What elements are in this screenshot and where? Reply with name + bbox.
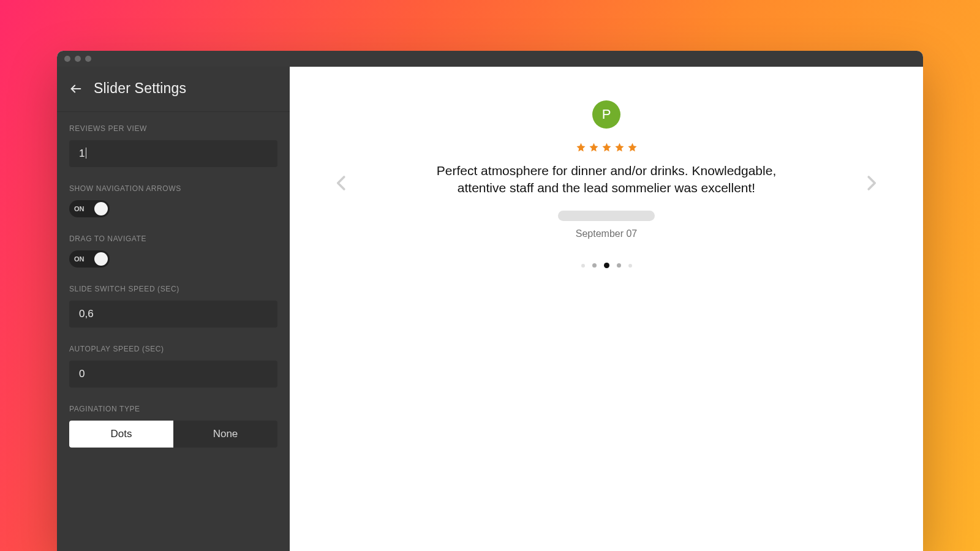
toggle-drag-to-navigate[interactable]: ON (69, 250, 110, 268)
field-pagination-type: PAGINATION TYPE Dots None (69, 405, 277, 448)
segmented-option-dots[interactable]: Dots (69, 421, 173, 448)
label-show-nav-arrows: SHOW NAVIGATION ARROWS (69, 184, 277, 193)
pagination-dots (290, 263, 923, 268)
pagination-dot[interactable] (592, 263, 597, 268)
window-titlebar (57, 51, 923, 67)
star-icon (614, 142, 625, 152)
star-icon (589, 142, 599, 152)
input-autoplay-speed[interactable] (69, 361, 277, 388)
segmented-option-none[interactable]: None (173, 421, 277, 448)
app-window: Slider Settings REVIEWS PER VIEW 1 SHOW … (57, 51, 923, 551)
label-pagination-type: PAGINATION TYPE (69, 405, 277, 413)
traffic-light-zoom[interactable] (85, 56, 91, 62)
reviewer-name-placeholder (558, 211, 655, 221)
label-reviews-per-view: REVIEWS PER VIEW (69, 124, 277, 133)
reviewer-avatar: P (592, 100, 620, 129)
star-icon (576, 142, 586, 152)
toggle-knob (94, 202, 108, 216)
toggle-state-text: ON (74, 205, 85, 212)
label-slide-switch-speed: SLIDE SWITCH SPEED (SEC) (69, 285, 277, 293)
page-title: Slider Settings (94, 80, 186, 97)
field-slide-switch-speed: SLIDE SWITCH SPEED (SEC) (69, 285, 277, 328)
label-autoplay-speed: AUTOPLAY SPEED (SEC) (69, 345, 277, 353)
rating-stars (576, 142, 638, 152)
pagination-dot[interactable] (628, 264, 632, 268)
review-date: September 07 (576, 228, 638, 239)
content-area: Slider Settings REVIEWS PER VIEW 1 SHOW … (57, 67, 923, 551)
avatar-initial: P (602, 107, 611, 122)
pagination-dot-active[interactable] (604, 263, 609, 268)
preview-pane: P Perfect atmosphere for dinner and/or d… (290, 67, 923, 551)
text-caret (86, 148, 86, 159)
field-drag-to-navigate: DRAG TO NAVIGATE ON (69, 234, 277, 268)
segmented-pagination-type: Dots None (69, 421, 277, 448)
review-text: Perfect atmosphere for dinner and/or dri… (413, 162, 799, 197)
settings-sidebar: Slider Settings REVIEWS PER VIEW 1 SHOW … (57, 67, 290, 551)
traffic-light-minimize[interactable] (75, 56, 81, 62)
star-icon (627, 142, 638, 152)
field-reviews-per-view: REVIEWS PER VIEW 1 (69, 124, 277, 167)
settings-panel: REVIEWS PER VIEW 1 SHOW NAVIGATION ARROW… (57, 112, 290, 471)
input-value: 1 (79, 148, 85, 159)
sidebar-header: Slider Settings (57, 67, 290, 112)
star-icon (601, 142, 612, 152)
pagination-dot[interactable] (617, 263, 621, 268)
toggle-show-nav-arrows[interactable]: ON (69, 200, 110, 217)
toggle-state-text: ON (74, 255, 85, 263)
review-slide: P Perfect atmosphere for dinner and/or d… (290, 100, 923, 239)
back-arrow-icon[interactable] (69, 82, 83, 96)
field-autoplay-speed: AUTOPLAY SPEED (SEC) (69, 345, 277, 388)
field-show-nav-arrows: SHOW NAVIGATION ARROWS ON (69, 184, 277, 217)
label-drag-to-navigate: DRAG TO NAVIGATE (69, 234, 277, 243)
input-slide-switch-speed[interactable] (69, 301, 277, 328)
traffic-light-close[interactable] (64, 56, 70, 62)
input-reviews-per-view[interactable]: 1 (69, 140, 277, 167)
pagination-dot[interactable] (581, 264, 585, 268)
toggle-knob (94, 252, 108, 266)
